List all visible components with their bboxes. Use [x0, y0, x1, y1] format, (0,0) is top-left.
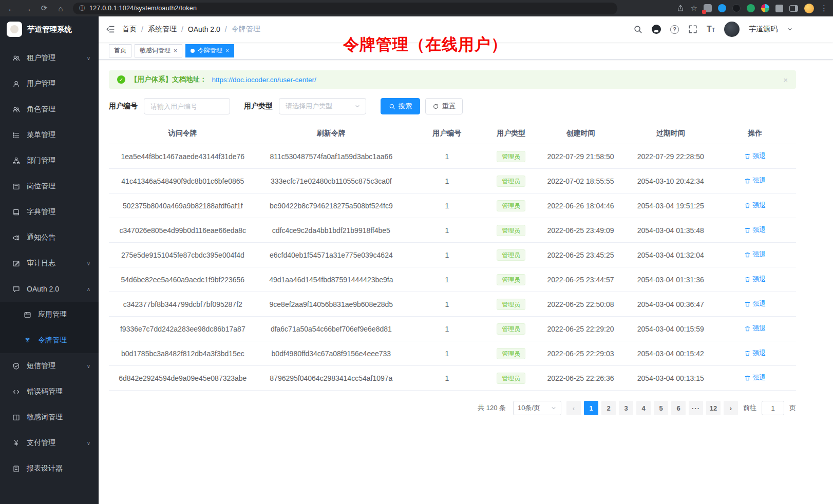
breadcrumb-item-3[interactable]: 令牌管理 — [232, 25, 260, 34]
side-panel-icon[interactable] — [789, 5, 798, 12]
prev-page-button[interactable]: ‹ — [566, 401, 581, 415]
sidebar-item-9[interactable]: OAuth 2.0∧ — [0, 276, 99, 302]
user-menu-button[interactable] — [787, 26, 793, 32]
browser-reload-icon[interactable]: ⟳ — [38, 2, 50, 14]
sidebar-item-label: 令牌管理 — [38, 336, 67, 345]
extension-icon-4[interactable] — [747, 4, 755, 12]
search-button[interactable]: 搜索 — [381, 98, 420, 114]
sidebar-item-1[interactable]: 用户管理 — [0, 71, 99, 96]
breadcrumb-item-0[interactable]: 首页 — [122, 25, 137, 34]
header-search-button[interactable] — [633, 25, 642, 34]
page-button-5[interactable]: 5 — [654, 401, 668, 415]
browser-forward-icon[interactable]: → — [22, 2, 34, 14]
app-header: 首页/系统管理/OAuth 2.0/令牌管理 ? TT 芋道源码 — [99, 16, 833, 42]
force-logout-button[interactable]: 强退 — [744, 201, 766, 210]
address-bar[interactable]: ⓘ 127.0.0.1:1024/system/oauth2/token — [73, 3, 617, 14]
tab-close-icon[interactable]: × — [225, 48, 229, 54]
force-logout-button[interactable]: 强退 — [744, 299, 766, 308]
sidebar-item-4[interactable]: 部门管理 — [0, 148, 99, 173]
sidebar-item-12[interactable]: 短信管理∨ — [0, 353, 99, 379]
github-button[interactable] — [652, 25, 661, 34]
extension-icon-2[interactable] — [718, 4, 726, 12]
force-logout-button[interactable]: 强退 — [744, 225, 766, 235]
force-logout-button[interactable]: 强退 — [744, 250, 766, 259]
sidebar-toggle[interactable] — [106, 25, 115, 34]
page-button-12[interactable]: 12 — [706, 401, 721, 415]
tab-close-icon[interactable]: × — [174, 48, 177, 54]
force-logout-button[interactable]: 强退 — [744, 151, 766, 161]
browser-menu-icon[interactable]: ⋮ — [820, 2, 828, 14]
share-button[interactable] — [676, 4, 685, 12]
browser-actions: ☆ ⋮ — [676, 2, 828, 14]
user-type-select[interactable]: 请选择用户类型 — [279, 98, 366, 114]
sidebar-item-11[interactable]: 令牌管理 — [0, 327, 99, 353]
page-size-select[interactable]: 10条/页 — [513, 401, 561, 415]
user-id-cell: 1 — [406, 276, 488, 284]
sidebar-item-15[interactable]: 支付管理∨ — [0, 430, 99, 456]
search-button-label: 搜索 — [399, 102, 412, 111]
tab-0[interactable]: 首页 — [109, 44, 131, 57]
force-logout-button[interactable]: 强退 — [744, 324, 766, 333]
expire-time-cell: 2054-03-04 00:13:15 — [627, 374, 714, 382]
user-type-badge: 管理员 — [497, 348, 525, 359]
user-name[interactable]: 芋道源码 — [749, 25, 778, 34]
sidebar-item-5[interactable]: 岗位管理 — [0, 173, 99, 199]
page-button-1[interactable]: 1 — [584, 401, 598, 415]
access-token-cell: b0d1785bc3a8482f812db4a3f3bd15ec — [109, 350, 257, 358]
browser-profile-avatar[interactable] — [804, 4, 814, 13]
tab-2[interactable]: 令牌管理× — [185, 44, 234, 57]
breadcrumb-item-2[interactable]: OAuth 2.0 — [188, 25, 220, 33]
extension-icon-3[interactable] — [732, 4, 741, 12]
help-button[interactable]: ? — [670, 25, 679, 34]
page-button-2[interactable]: 2 — [601, 401, 616, 415]
site-info-icon[interactable]: ⓘ — [79, 4, 85, 13]
force-logout-button[interactable]: 强退 — [744, 176, 766, 185]
goto-page-input[interactable] — [762, 401, 784, 415]
action-cell: 强退 — [714, 348, 796, 358]
font-size-button[interactable]: TT — [707, 25, 715, 33]
user-avatar[interactable] — [724, 22, 740, 37]
next-page-button[interactable]: › — [724, 401, 738, 415]
user-type-cell: 管理员 — [488, 176, 535, 187]
sidebar-item-6[interactable]: 字典管理 — [0, 199, 99, 225]
access-token-cell: 1ea5e44f8bc1467aaede43144f31de76 — [109, 152, 257, 161]
page-button-6[interactable]: 6 — [671, 401, 686, 415]
sidebar-item-14[interactable]: 敏感词管理 — [0, 404, 99, 430]
extensions-puzzle-icon[interactable] — [775, 5, 783, 12]
tree-icon — [12, 157, 20, 165]
sidebar-item-10[interactable]: 应用管理 — [0, 302, 99, 327]
page-button-4[interactable]: 4 — [636, 401, 651, 415]
column-header-6: 操作 — [714, 129, 796, 138]
force-logout-button[interactable]: 强退 — [744, 348, 766, 358]
extension-icon-5[interactable] — [761, 4, 769, 12]
pager-ellipsis[interactable]: ··· — [689, 401, 703, 415]
font-size-icon: TT — [707, 25, 715, 33]
page-button-3[interactable]: 3 — [619, 401, 633, 415]
breadcrumb-item-1[interactable]: 系统管理 — [148, 25, 177, 34]
fullscreen-button[interactable] — [688, 25, 697, 34]
sidebar-item-3[interactable]: 菜单管理 — [0, 122, 99, 148]
browser-back-icon[interactable]: ← — [5, 2, 17, 14]
browser-home-icon[interactable]: ⌂ — [54, 2, 67, 14]
sidebar-item-2[interactable]: 角色管理 — [0, 96, 99, 122]
sidebar-item-8[interactable]: 审计日志∨ — [0, 250, 99, 276]
extension-icon-1[interactable] — [704, 4, 712, 12]
sidebar-item-0[interactable]: 租户管理∨ — [0, 45, 99, 71]
user-type-badge: 管理员 — [497, 200, 525, 211]
trash-icon — [744, 301, 751, 307]
tab-1[interactable]: 敏感词管理× — [135, 44, 182, 57]
sidebar-item-13[interactable]: 错误码管理 — [0, 379, 99, 404]
force-logout-button[interactable]: 强退 — [744, 275, 766, 284]
doc-link[interactable]: https://doc.iocoder.cn/user-center/ — [212, 76, 316, 84]
table-body: 1ea5e44f8bc1467aaede43144f31de76811c5304… — [109, 144, 796, 391]
user-id-cell: 1 — [406, 374, 488, 382]
sidebar-item-7[interactable]: 通知公告 — [0, 225, 99, 250]
reset-button[interactable]: 重置 — [425, 98, 463, 114]
force-logout-button[interactable]: 强退 — [744, 373, 766, 382]
app-logo-area[interactable]: 芋道管理系统 — [0, 16, 99, 42]
alert-close-icon[interactable]: × — [783, 75, 788, 84]
bookmark-star-icon[interactable]: ☆ — [691, 2, 697, 14]
user-id-input[interactable] — [144, 98, 230, 114]
access-token-cell: 54d6be82ee5a460a9aedc1f9bf223656 — [109, 276, 257, 284]
sidebar-item-16[interactable]: 报表设计器 — [0, 456, 99, 481]
